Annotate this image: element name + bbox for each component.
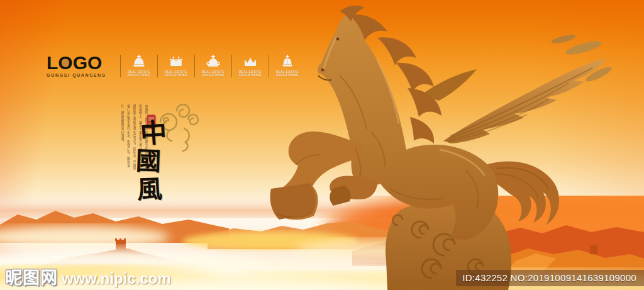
- crown-orb-cross-icon: [205, 55, 221, 69]
- crown-closed-dome-icon: [279, 55, 296, 69]
- raised-foreleg: [270, 131, 364, 220]
- poster-canvas: LOGO GONGSI QUANCENG REAL ESTATE ADVERTI…: [0, 0, 644, 290]
- badge-caption: REAL ESTATE: [239, 70, 262, 74]
- logo-subtitle: GONGSI QUANCENG: [47, 73, 112, 77]
- badge-4: REAL ESTATE ADVERTISING: [236, 55, 264, 77]
- crown-five-point-icon: [168, 55, 184, 69]
- badge-caption: ADVERTISING: [202, 74, 225, 77]
- badge-caption: ADVERTISING: [128, 74, 150, 77]
- badge-caption: ADVERTISING: [239, 74, 262, 77]
- separator: [157, 55, 158, 77]
- badge-caption: REAL ESTATE: [128, 70, 150, 74]
- logo-text: LOGO: [47, 52, 102, 73]
- tucked-foreleg: [330, 176, 377, 206]
- logo-title: LOGO: [47, 54, 112, 72]
- crown-zigzag-icon: [242, 55, 258, 69]
- pegasus-statue: [0, 0, 644, 290]
- separator: [120, 55, 121, 77]
- crown-arched-cross-icon: [131, 55, 147, 69]
- horse-nostril: [321, 68, 324, 71]
- badge-caption: REAL ESTATE: [202, 70, 225, 74]
- watermark-site-name: 昵图网: [5, 264, 58, 289]
- watermark-image-id: ID:432252 NO:20191009141639109000: [456, 270, 644, 286]
- badge-5: REAL ESTATE ADVERTISING: [274, 55, 301, 77]
- badge-caption: ADVERTISING: [165, 74, 187, 77]
- badge-3: REAL ESTATE ADVERTISING: [199, 55, 227, 77]
- badge-caption: REAL ESTATE: [276, 70, 299, 74]
- wing: [443, 33, 613, 143]
- badge-2: REAL ESTATE ADVERTISING: [162, 55, 190, 77]
- calligraphy-char: 國: [135, 147, 162, 175]
- badge-caption: REAL ESTATE: [165, 70, 187, 74]
- calligraphy-title: 中 國 風: [130, 121, 167, 204]
- separator: [231, 55, 232, 77]
- horse-eye: [336, 38, 340, 41]
- calligraphy-char: 風: [136, 174, 163, 204]
- badge-caption: ADVERTISING: [276, 74, 299, 77]
- crown-badge-row: REAL ESTATE ADVERTISING REAL ESTATE ADVE…: [116, 55, 301, 77]
- watermark-site-url: www.nipic.com: [62, 270, 171, 287]
- badge-1: REAL ESTATE ADVERTISING: [125, 55, 153, 77]
- separator: [269, 55, 269, 77]
- header-bar: LOGO GONGSI QUANCENG REAL ESTATE ADVERTI…: [47, 54, 301, 77]
- calligraphy-char: 中: [140, 120, 168, 148]
- watermark-left: 昵图网 www.nipic.com: [5, 264, 171, 289]
- logo-block: LOGO GONGSI QUANCENG: [47, 54, 112, 77]
- separator: [194, 55, 195, 77]
